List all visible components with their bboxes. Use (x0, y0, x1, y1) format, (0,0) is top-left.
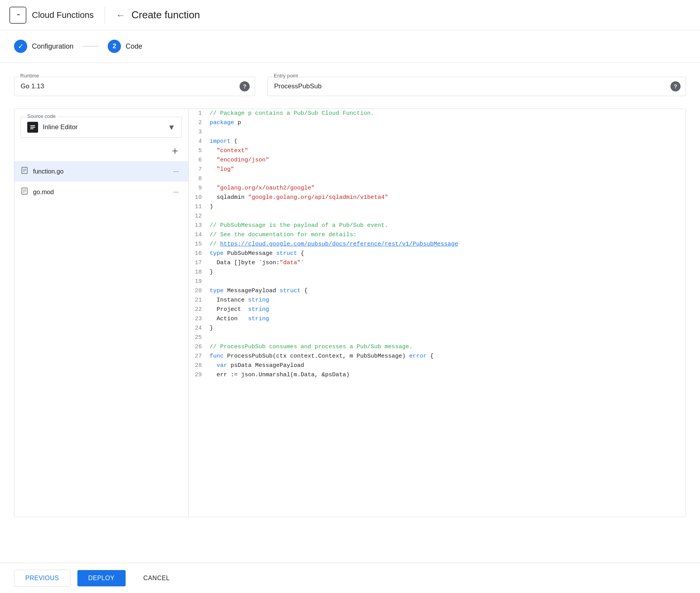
table-row: 27 func ProcessPubSub(ctx context.Contex… (189, 352, 686, 361)
line-code: Action string (208, 314, 686, 324)
line-number: 14 (189, 230, 208, 240)
file-menu-go-mod[interactable]: ··· (170, 186, 182, 198)
svg-rect-1 (30, 127, 35, 128)
page-title: Create function (131, 9, 200, 21)
line-code: var psData MessagePayload (208, 361, 686, 370)
source-code-label: Source code (26, 113, 57, 119)
line-number: 19 (189, 277, 208, 286)
svg-rect-2 (30, 128, 33, 129)
table-row: 15 // https://cloud.google.com/pubsub/do… (189, 240, 686, 249)
step-code: 2 Code (108, 40, 142, 53)
line-number: 10 (189, 193, 208, 202)
code-editor[interactable]: 1 // Package p contains a Pub/Sub Cloud … (189, 109, 686, 517)
entrypoint-input[interactable]: Entry point ProcessPubSub ? (268, 77, 686, 96)
table-row: 7 "log" (189, 165, 686, 174)
line-number: 12 (189, 212, 208, 221)
previous-button[interactable]: PREVIOUS (14, 570, 70, 587)
line-number: 26 (189, 342, 208, 352)
runtime-help-icon[interactable]: ? (240, 81, 250, 91)
runtime-group: Runtime Go 1.13 ▼ ? (14, 77, 255, 96)
table-row: 13 // PubSubMessage is the payload of a … (189, 221, 686, 230)
table-row: 6 "encoding/json" (189, 156, 686, 165)
line-code: // ProcessPubSub consumes and processes … (208, 342, 686, 352)
back-arrow-icon[interactable]: ← (116, 10, 125, 21)
table-row: 9 "golang.org/x/oauth2/google" (189, 184, 686, 193)
table-row: 11 ) (189, 202, 686, 212)
file-menu-function-go[interactable]: ··· (170, 166, 182, 177)
file-list: function.go ··· go.mod ··· (14, 161, 188, 517)
main-content: Runtime Go 1.13 ▼ ? Entry point ProcessP… (0, 63, 700, 517)
line-number: 23 (189, 314, 208, 324)
line-code: err := json.Unmarshal(m.Data, &psData) (208, 370, 686, 380)
deploy-button[interactable]: DEPLOY (77, 570, 126, 586)
line-code (208, 212, 686, 221)
file-item-go-mod[interactable]: go.mod ··· (14, 182, 188, 202)
step-configuration: ✓ Configuration (14, 40, 74, 53)
table-row: 12 (189, 212, 686, 221)
line-code: Data []byte `json:"data"` (208, 258, 686, 268)
line-code (208, 174, 686, 184)
line-number: 24 (189, 324, 208, 333)
line-code (208, 277, 686, 286)
table-row: 2 package p (189, 118, 686, 128)
line-number: 25 (189, 333, 208, 342)
source-select-text: Inline Editor (43, 123, 163, 131)
table-row: 29 err := json.Unmarshal(m.Data, &psData… (189, 370, 686, 380)
line-number: 4 (189, 137, 208, 146)
line-number: 20 (189, 286, 208, 296)
inline-editor-icon (27, 122, 38, 133)
table-row: 16 type PubSubMessage struct { (189, 249, 686, 258)
line-code: // Package p contains a Pub/Sub Cloud Fu… (208, 109, 686, 118)
line-code: Instance string (208, 296, 686, 305)
checkmark-icon: ✓ (18, 42, 24, 51)
svg-rect-0 (30, 125, 35, 126)
step-divider (83, 46, 98, 47)
file-item-function-go[interactable]: function.go ··· (14, 161, 188, 182)
line-code: // See the documentation for more detail… (208, 230, 686, 240)
line-number: 5 (189, 146, 208, 156)
line-number: 6 (189, 156, 208, 165)
line-code: package p (208, 118, 686, 128)
add-file-button[interactable]: + (168, 144, 182, 158)
line-code: } (208, 268, 686, 277)
table-row: 17 Data []byte `json:"data"` (189, 258, 686, 268)
source-select-inner[interactable]: Inline Editor ▼ (21, 117, 182, 137)
source-dropdown-arrow-icon: ▼ (168, 123, 175, 132)
line-number: 18 (189, 268, 208, 277)
line-code: "context" (208, 146, 686, 156)
source-select-wrapper[interactable]: Source code Inline Editor ▼ (21, 117, 182, 138)
table-row: 26 // ProcessPubSub consumes and process… (189, 342, 686, 352)
table-row: 20 type MessagePayload struct { (189, 286, 686, 296)
line-number: 15 (189, 240, 208, 249)
table-row: 24 } (189, 324, 686, 333)
line-number: 1 (189, 109, 208, 118)
line-code: func ProcessPubSub(ctx context.Context, … (208, 352, 686, 361)
table-row: 1 // Package p contains a Pub/Sub Cloud … (189, 109, 686, 118)
line-number: 9 (189, 184, 208, 193)
line-number: 7 (189, 165, 208, 174)
table-row: 19 (189, 277, 686, 286)
file-actions: + (14, 138, 188, 161)
left-panel: Source code Inline Editor ▼ + (14, 109, 189, 517)
line-code: Project string (208, 305, 686, 314)
table-row: 25 (189, 333, 686, 342)
line-code: "golang.org/x/oauth2/google" (208, 184, 686, 193)
runtime-select[interactable]: Runtime Go 1.13 ▼ ? (14, 77, 255, 96)
line-code: import ( (208, 137, 686, 146)
table-row: 23 Action string (189, 314, 686, 324)
table-row: 8 (189, 174, 686, 184)
line-number: 21 (189, 296, 208, 305)
line-number: 13 (189, 221, 208, 230)
line-number: 22 (189, 305, 208, 314)
code-table: 1 // Package p contains a Pub/Sub Cloud … (189, 109, 686, 380)
line-code: } (208, 324, 686, 333)
entrypoint-help-icon[interactable]: ? (670, 81, 681, 91)
cancel-button[interactable]: CANCEL (133, 570, 181, 586)
cloud-functions-logo-icon: ··· (9, 7, 26, 24)
table-row: 10 sqladmin "google.golang.org/api/sqlad… (189, 193, 686, 202)
runtime-value: Go 1.13 (21, 82, 44, 90)
line-code: sqladmin "google.golang.org/api/sqladmin… (208, 193, 686, 202)
line-number: 11 (189, 202, 208, 212)
table-row: 21 Instance string (189, 296, 686, 305)
line-number: 28 (189, 361, 208, 370)
